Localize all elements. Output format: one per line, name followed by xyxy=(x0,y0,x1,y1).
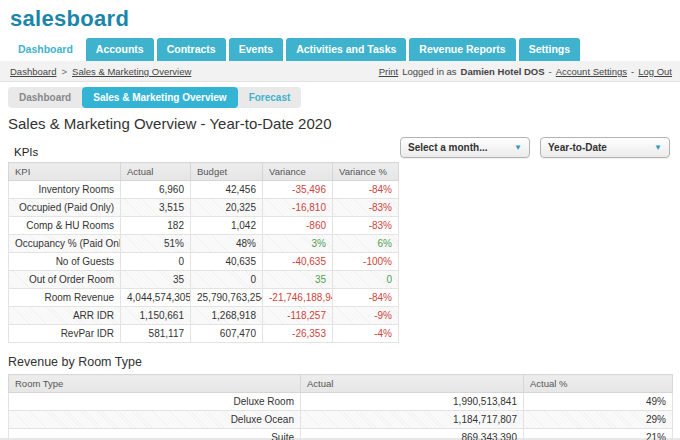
kpi-value-cell: 3% xyxy=(263,235,333,253)
kpi-value-cell: -83% xyxy=(333,217,399,235)
nav-tab-settings[interactable]: Settings xyxy=(519,38,580,61)
table-row: Inventory Rooms6,96042,456-35,496-84% xyxy=(9,181,399,199)
chevron-down-icon: ▼ xyxy=(514,143,522,152)
breadcrumb-link[interactable]: Sales & Marketing Overview xyxy=(72,66,191,77)
revenue-table-header: Room TypeActualActual % xyxy=(9,375,673,393)
kpi-value-cell: 581,117 xyxy=(121,325,191,343)
logged-in-user: Damien Hotel DOS xyxy=(461,66,545,77)
table-row: Suite869,343,39021% xyxy=(9,429,673,440)
nav-tab-contracts[interactable]: Contracts xyxy=(157,38,226,61)
table-row: Occupancy % (Paid Only)51%48%3%6% xyxy=(9,235,399,253)
logged-in-text: Logged in as xyxy=(402,66,456,77)
table-row: No of Guests040,635-40,635-100% xyxy=(9,253,399,271)
kpi-value-cell: -35,496 xyxy=(263,181,333,199)
room-type-cell: Deluxe Ocean xyxy=(9,411,301,429)
kpi-name-cell: ARR IDR xyxy=(9,307,121,325)
kpi-value-cell: 607,470 xyxy=(191,325,263,343)
table-row: Out of Order Room350350 xyxy=(9,271,399,289)
log-out-link[interactable]: Log Out xyxy=(638,66,672,77)
revenue-value-cell: 21% xyxy=(524,429,673,440)
kpi-value-cell: 51% xyxy=(121,235,191,253)
column-header: KPI xyxy=(9,163,121,181)
column-header: Actual % xyxy=(524,375,673,393)
period-select-value: Year-to-Date xyxy=(548,142,607,153)
revenue-table-body: Deluxe Room1,990,513,84149%Deluxe Ocean1… xyxy=(9,393,673,440)
account-settings-link[interactable]: Account Settings xyxy=(556,66,627,77)
month-select[interactable]: Select a month... ▼ xyxy=(400,137,530,158)
kpi-name-cell: RevPar IDR xyxy=(9,325,121,343)
breadcrumb-bar: Dashboard>Sales & Marketing Overview Pri… xyxy=(0,61,680,82)
breadcrumb-separator: > xyxy=(61,66,67,77)
table-row: Room Revenue4,044,574,30525,790,763,254-… xyxy=(9,289,399,307)
column-header: Variance % xyxy=(333,163,399,181)
kpi-value-cell: 25,790,763,254 xyxy=(191,289,263,307)
table-row: Deluxe Ocean1,184,717,80729% xyxy=(9,411,673,429)
kpi-value-cell: 1,268,918 xyxy=(191,307,263,325)
app-header: salesboard xyxy=(0,0,680,38)
kpi-value-cell: -9% xyxy=(333,307,399,325)
kpi-name-cell: Occupied (Paid Only) xyxy=(9,199,121,217)
page-title: Sales & Marketing Overview - Year-to-Dat… xyxy=(8,115,680,132)
kpi-value-cell: 35 xyxy=(121,271,191,289)
nav-tab-accounts[interactable]: Accounts xyxy=(86,38,154,61)
kpi-value-cell: -21,746,188,949 xyxy=(263,289,333,307)
kpi-value-cell: 0 xyxy=(333,271,399,289)
kpi-value-cell: 1,042 xyxy=(191,217,263,235)
revenue-section-heading: Revenue by Room Type xyxy=(8,355,680,369)
month-select-value: Select a month... xyxy=(408,142,487,153)
breadcrumb-link[interactable]: Dashboard xyxy=(10,66,56,77)
table-row: Deluxe Room1,990,513,84149% xyxy=(9,393,673,411)
breadcrumb: Dashboard>Sales & Marketing Overview xyxy=(10,66,191,77)
kpi-value-cell: -860 xyxy=(263,217,333,235)
column-header: Actual xyxy=(301,375,524,393)
table-row: Occupied (Paid Only)3,51520,325-16,810-8… xyxy=(9,199,399,217)
kpi-value-cell: -16,810 xyxy=(263,199,333,217)
subtab-forecast[interactable]: Forecast xyxy=(238,87,302,108)
kpi-value-cell: -4% xyxy=(333,325,399,343)
nav-tab-activities-and-tasks[interactable]: Activities and Tasks xyxy=(286,38,406,61)
kpi-name-cell: No of Guests xyxy=(9,253,121,271)
room-type-cell: Deluxe Room xyxy=(9,393,301,411)
session-separator: - xyxy=(549,66,552,77)
subtab-sales-marketing-overview[interactable]: Sales & Marketing Overview xyxy=(82,87,237,108)
kpi-value-cell: 0 xyxy=(121,253,191,271)
revenue-value-cell: 1,184,717,807 xyxy=(301,411,524,429)
kpi-value-cell: -118,257 xyxy=(263,307,333,325)
period-select[interactable]: Year-to-Date ▼ xyxy=(540,137,670,158)
subtab-dashboard[interactable]: Dashboard xyxy=(8,87,82,108)
nav-tab-events[interactable]: Events xyxy=(229,38,283,61)
revenue-value-cell: 1,990,513,841 xyxy=(301,393,524,411)
column-header: Room Type xyxy=(9,375,301,393)
kpis-section-label: KPIs xyxy=(14,146,38,158)
filter-selects: Select a month... ▼ Year-to-Date ▼ xyxy=(400,137,670,158)
kpi-name-cell: Occupancy % (Paid Only) xyxy=(9,235,121,253)
revenue-value-cell: 869,343,390 xyxy=(301,429,524,440)
main-nav: DashboardAccountsContractsEventsActiviti… xyxy=(0,38,680,61)
room-type-cell: Suite xyxy=(9,429,301,440)
kpi-value-cell: 35 xyxy=(263,271,333,289)
revenue-table: Room TypeActualActual % Deluxe Room1,990… xyxy=(8,374,673,440)
kpi-value-cell: 3,515 xyxy=(121,199,191,217)
kpi-value-cell: -84% xyxy=(333,181,399,199)
kpi-value-cell: -83% xyxy=(333,199,399,217)
kpi-name-cell: Inventory Rooms xyxy=(9,181,121,199)
kpi-value-cell: 42,456 xyxy=(191,181,263,199)
kpi-name-cell: Out of Order Room xyxy=(9,271,121,289)
kpi-value-cell: 1,150,661 xyxy=(121,307,191,325)
chevron-down-icon: ▼ xyxy=(654,143,662,152)
print-link[interactable]: Print xyxy=(379,66,399,77)
app-logo: salesboard xyxy=(10,6,129,32)
kpi-value-cell: -100% xyxy=(333,253,399,271)
kpi-table-header: KPIActualBudgetVarianceVariance % xyxy=(9,163,399,181)
kpi-value-cell: 0 xyxy=(191,271,263,289)
kpi-name-cell: Comp & HU Rooms xyxy=(9,217,121,235)
nav-tab-revenue-reports[interactable]: Revenue Reports xyxy=(409,38,515,61)
revenue-value-cell: 29% xyxy=(524,411,673,429)
kpi-value-cell: 6% xyxy=(333,235,399,253)
nav-tab-dashboard[interactable]: Dashboard xyxy=(8,38,83,61)
kpi-name-cell: Room Revenue xyxy=(9,289,121,307)
kpi-value-cell: 182 xyxy=(121,217,191,235)
kpi-value-cell: 40,635 xyxy=(191,253,263,271)
table-row: ARR IDR1,150,6611,268,918-118,257-9% xyxy=(9,307,399,325)
table-row: Comp & HU Rooms1821,042-860-83% xyxy=(9,217,399,235)
